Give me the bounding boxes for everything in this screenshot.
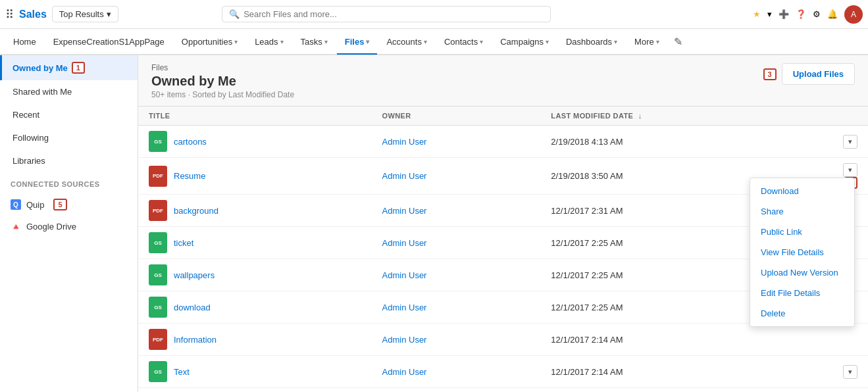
dropdown-menu-item[interactable]: Delete (750, 303, 854, 324)
nav-chevron-icon: ▾ (324, 38, 328, 45)
owner-link[interactable]: Admin User (382, 335, 427, 345)
file-title-link[interactable]: download (174, 303, 211, 312)
upload-files-button[interactable]: Upload Files (782, 63, 855, 85)
owner-link[interactable]: Admin User (382, 206, 427, 216)
action-cell: ▾ (829, 356, 868, 388)
file-type-icon: GS (149, 297, 167, 318)
nav-item-campaigns[interactable]: Campaigns▾ (492, 30, 557, 55)
owner-link[interactable]: Admin User (382, 270, 427, 280)
file-title-link[interactable]: background (174, 206, 218, 216)
nav-edit-icon[interactable]: ✎ (674, 36, 682, 48)
sidebar-item-libraries[interactable]: Libraries (0, 149, 138, 172)
dropdown-menu-item[interactable]: Edit File Details (750, 283, 854, 303)
file-type-icon: GS (149, 232, 167, 253)
sort-arrow-icon[interactable]: ↓ (638, 112, 642, 120)
date-cell: 12/1/2017 2:14 AM (540, 356, 829, 388)
grid-icon[interactable]: ⠿ (5, 7, 14, 22)
row-action-button[interactable]: ▾ (843, 365, 857, 379)
top-results-chevron: ▾ (107, 9, 111, 19)
topbar-right: ★ ▾ ➕ ❓ ⚙ 🔔 A (753, 5, 863, 24)
title-cell: GSticket (138, 227, 372, 259)
owner-link[interactable]: Admin User (382, 303, 427, 312)
row-action-button[interactable]: ▾ (843, 163, 857, 177)
file-title-link[interactable]: Information (174, 335, 217, 345)
favorites-chevron-icon[interactable]: ▾ (767, 9, 772, 19)
table-wrapper: TITLE OWNER LAST MODIFIED DATE ↓ GScarto… (138, 107, 868, 392)
file-title-link[interactable]: Text (174, 367, 190, 377)
date-cell: 12/1/2017 2:14 AM (540, 324, 829, 356)
sidebar-item-shared-with-me[interactable]: Shared with Me (0, 80, 138, 103)
nav-item-contacts[interactable]: Contacts▾ (436, 30, 491, 55)
owner-cell: Admin User (372, 158, 541, 195)
title-column-header: TITLE (138, 107, 372, 126)
nav-item-expensecreations1apppage[interactable]: ExpenseCreationS1AppPage (45, 30, 172, 55)
owner-cell: Admin User (372, 356, 541, 388)
file-title-link[interactable]: ticket (174, 238, 193, 248)
avatar[interactable]: A (844, 5, 863, 24)
owner-link[interactable]: Admin User (382, 137, 427, 147)
nav-item-opportunities[interactable]: Opportunities▾ (174, 30, 245, 55)
dropdown-menu-item[interactable]: Public Link (750, 222, 854, 242)
sidebar-item-quip[interactable]: Q Quip 5 (0, 193, 138, 216)
annotation-badge-5: 5 (53, 199, 66, 210)
title-cell: GSUser (138, 388, 372, 393)
owner-cell: Admin User (372, 259, 541, 291)
sidebar-item-recent[interactable]: Recent (0, 103, 138, 126)
topbar: ⠿ Sales Top Results ▾ 🔍 ★ ▾ ➕ ❓ ⚙ 🔔 A (0, 0, 868, 29)
nav-item-dashboards[interactable]: Dashboards▾ (558, 30, 625, 55)
title-cell: GSText (138, 356, 372, 388)
dropdown-menu-item[interactable]: Share (750, 201, 854, 222)
nav-chevron-icon: ▾ (546, 38, 549, 45)
dropdown-menu-item[interactable]: Upload New Version (750, 262, 854, 283)
nav-item-files[interactable]: Files▾ (337, 30, 378, 55)
action-column-header (829, 107, 868, 126)
row-action-button[interactable]: ▾ (843, 135, 857, 149)
help-icon[interactable]: ❓ (796, 9, 806, 19)
title-cell: PDFResume (138, 158, 372, 195)
sidebar: Owned by Me 1 Shared with Me Recent Foll… (0, 55, 138, 392)
nav-item-leads[interactable]: Leads▾ (247, 30, 291, 55)
notifications-icon[interactable]: 🔔 (827, 9, 838, 19)
owner-column-header: OWNER (372, 107, 541, 126)
nav-chevron-icon: ▾ (234, 38, 238, 45)
google-drive-icon: 🔺 (11, 221, 21, 232)
search-icon: 🔍 (229, 9, 240, 19)
file-title-link[interactable]: cartoons (174, 137, 207, 147)
owner-link[interactable]: Admin User (382, 238, 427, 248)
owner-cell: Admin User (372, 388, 541, 393)
subtitle: 50+ items · Sorted by Last Modified Date (151, 90, 294, 99)
nav-item-home[interactable]: Home (5, 30, 44, 55)
date-cell: 2/19/2018 4:13 AM (540, 126, 829, 158)
table-header: TITLE OWNER LAST MODIFIED DATE ↓ (138, 107, 868, 126)
settings-icon[interactable]: ⚙ (813, 9, 821, 19)
owner-link[interactable]: Admin User (382, 171, 427, 181)
file-type-icon: GS (149, 131, 167, 152)
dropdown-menu-item[interactable]: Download (750, 181, 854, 201)
owner-cell: Admin User (372, 126, 541, 158)
dropdown-menu-item[interactable]: View File Details (750, 242, 854, 262)
owner-link[interactable]: Admin User (382, 367, 427, 377)
favorites-icon[interactable]: ★ (753, 9, 761, 19)
nav-chevron-icon: ▾ (656, 38, 659, 45)
add-icon[interactable]: ➕ (779, 9, 789, 19)
nav-item-accounts[interactable]: Accounts▾ (378, 30, 434, 55)
connected-sources-header: CONNECTED SOURCES (0, 175, 138, 193)
navbar: HomeExpenseCreationS1AppPageOpportunitie… (0, 29, 868, 55)
page-title: Owned by Me (151, 74, 294, 89)
search-input[interactable] (243, 9, 544, 19)
sidebar-item-following-label: Following (13, 133, 49, 143)
file-title-link[interactable]: wallpapers (174, 270, 215, 280)
title-cell: PDFInformation (138, 324, 372, 356)
nav-item-tasks[interactable]: Tasks▾ (293, 30, 336, 55)
topbar-left: ⠿ Sales (5, 7, 47, 22)
top-results-button[interactable]: Top Results ▾ (52, 6, 118, 22)
content-area: Files Owned by Me 50+ items · Sorted by … (138, 55, 868, 392)
file-type-icon: GS (149, 361, 167, 382)
nav-item-more[interactable]: More▾ (626, 30, 667, 55)
file-title-link[interactable]: Resume (174, 171, 205, 181)
action-cell (829, 324, 868, 356)
main-container: Owned by Me 1 Shared with Me Recent Foll… (0, 55, 868, 392)
sidebar-item-google-drive[interactable]: 🔺 Google Drive (0, 216, 138, 237)
sidebar-item-owned-by-me[interactable]: Owned by Me 1 (0, 55, 138, 80)
sidebar-item-following[interactable]: Following (0, 126, 138, 149)
